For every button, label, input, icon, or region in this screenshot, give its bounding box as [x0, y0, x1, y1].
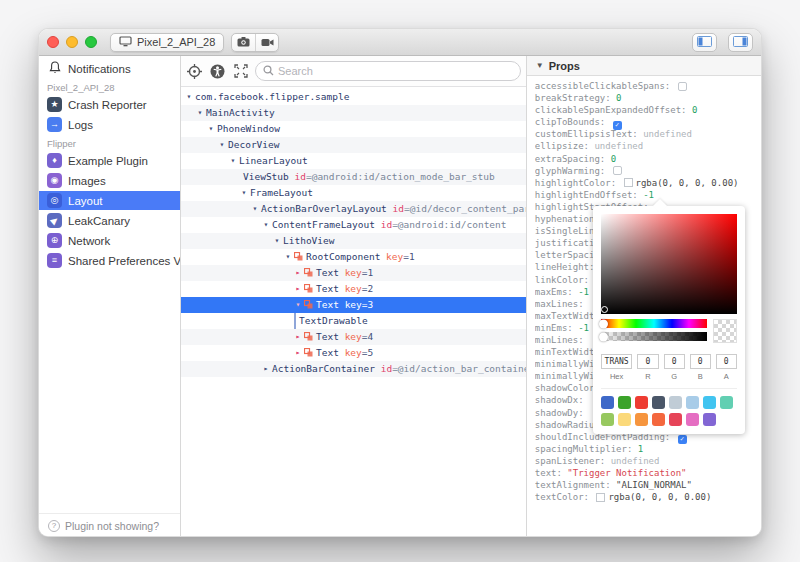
- preset-color-swatch[interactable]: [618, 396, 631, 409]
- tree-row-mainactivity[interactable]: ▾MainActivity: [181, 105, 526, 121]
- tree-row-textdrawable[interactable]: TextDrawable: [181, 313, 526, 329]
- prop-value[interactable]: 0: [616, 93, 621, 103]
- sidebar-item-leakcanary[interactable]: ▶LeakCanary: [39, 211, 180, 230]
- tree-row-contentframelayout[interactable]: ▾ContentFrameLayout id=@android:id/conte…: [181, 217, 526, 233]
- preset-color-swatch[interactable]: [652, 396, 665, 409]
- preset-color-swatch[interactable]: [652, 413, 665, 426]
- chevron-down-icon[interactable]: ▾: [195, 105, 205, 121]
- color-swatch[interactable]: [624, 178, 633, 187]
- screen-record-button[interactable]: [255, 34, 278, 51]
- accessibility-mode-button[interactable]: [209, 63, 226, 80]
- sidebar-item-example-plugin[interactable]: ♦Example Plugin: [39, 151, 180, 170]
- preset-color-swatch[interactable]: [686, 396, 699, 409]
- chevron-right-icon[interactable]: ▸: [293, 345, 303, 361]
- device-selector-button[interactable]: Pixel_2_API_28: [110, 33, 224, 52]
- preset-color-swatch[interactable]: [635, 396, 648, 409]
- tree-row-phonewindow[interactable]: ▾PhoneWindow: [181, 121, 526, 137]
- tree-row-framelayout[interactable]: ▾FrameLayout: [181, 185, 526, 201]
- chevron-right-icon[interactable]: ▸: [293, 281, 303, 297]
- hex-input[interactable]: [601, 354, 633, 369]
- toggle-right-sidebar-button[interactable]: [728, 33, 753, 52]
- preset-color-swatch[interactable]: [669, 396, 682, 409]
- tree-row-rootcomponent[interactable]: ▾RootComponent key=1: [181, 249, 526, 265]
- prop-value[interactable]: 0: [692, 105, 697, 115]
- saturation-area[interactable]: [601, 214, 737, 314]
- prop-value[interactable]: "Trigger Notification": [567, 468, 686, 478]
- preset-color-swatch[interactable]: [703, 396, 716, 409]
- tree-row-text[interactable]: ▸Text key=5: [181, 345, 526, 361]
- sidebar-item-network[interactable]: ⊕Network: [39, 231, 180, 250]
- search-input[interactable]: [278, 65, 513, 77]
- prop-checkbox[interactable]: [613, 166, 622, 175]
- expand-tree-button[interactable]: [232, 63, 249, 80]
- chevron-right-icon[interactable]: ▸: [293, 329, 303, 345]
- screenshot-button[interactable]: [232, 34, 255, 51]
- chevron-down-icon[interactable]: ▾: [184, 89, 194, 105]
- prop-checkbox[interactable]: [678, 82, 687, 91]
- chevron-down-icon[interactable]: ▾: [206, 121, 216, 137]
- prop-value[interactable]: -1: [578, 287, 589, 297]
- tree-row-decorview[interactable]: ▾DecorView: [181, 137, 526, 153]
- hue-slider[interactable]: [601, 319, 707, 328]
- alpha-handle[interactable]: [599, 332, 608, 341]
- chevron-down-icon[interactable]: ▾: [250, 201, 260, 217]
- chevron-down-icon[interactable]: ▾: [261, 217, 271, 233]
- target-mode-button[interactable]: [186, 63, 203, 80]
- sidebar-item-shared-preferences-viewer[interactable]: ≡Shared Preferences Viewer: [39, 251, 180, 270]
- chevron-down-icon[interactable]: ▾: [228, 153, 238, 169]
- chevron-down-icon[interactable]: ▾: [272, 233, 282, 249]
- alpha-slider[interactable]: [601, 332, 707, 341]
- sidebar-item-layout[interactable]: ◎Layout: [39, 191, 180, 210]
- sidebar-item-notifications[interactable]: Notifications: [39, 59, 180, 78]
- tree-row-lithoview[interactable]: ▾LithoView: [181, 233, 526, 249]
- prop-value[interactable]: -1: [643, 190, 654, 200]
- minimize-window-button[interactable]: [66, 36, 78, 48]
- color-swatch[interactable]: [596, 493, 605, 502]
- blue-input[interactable]: [690, 354, 711, 369]
- tree-row-viewstub[interactable]: ViewStub id=@android:id/action_mode_bar_…: [181, 169, 526, 185]
- chevron-right-icon[interactable]: ▸: [261, 361, 271, 377]
- saturation-cursor[interactable]: [601, 306, 608, 313]
- preset-color-swatch[interactable]: [635, 413, 648, 426]
- prop-checkbox[interactable]: ✓: [678, 435, 687, 444]
- prop-value[interactable]: 1: [638, 444, 643, 454]
- tree-row-actionbaroverlaylayout[interactable]: ▾ActionBarOverlayLayout id=@id/decor_con…: [181, 201, 526, 217]
- preset-color-swatch[interactable]: [618, 413, 631, 426]
- tree-row-linearlayout[interactable]: ▾LinearLayout: [181, 153, 526, 169]
- preset-color-swatch[interactable]: [601, 413, 614, 426]
- prop-value[interactable]: "ALIGN_NORMAL": [616, 480, 692, 490]
- chevron-down-icon[interactable]: ▾: [293, 297, 303, 313]
- sidebar-item-label: Layout: [68, 195, 103, 207]
- prop-value[interactable]: -1: [578, 323, 589, 333]
- chevron-right-icon[interactable]: ▸: [293, 265, 303, 281]
- green-input[interactable]: [664, 354, 685, 369]
- tree-row-text[interactable]: ▾Text key=3: [181, 297, 526, 313]
- preset-color-swatch[interactable]: [669, 413, 682, 426]
- chevron-down-icon[interactable]: ▾: [239, 185, 249, 201]
- close-window-button[interactable]: [47, 36, 59, 48]
- chevron-down-icon[interactable]: ▾: [217, 137, 227, 153]
- preset-color-swatch[interactable]: [601, 396, 614, 409]
- sidebar-item-logs[interactable]: →Logs: [39, 115, 180, 134]
- tree-row-text[interactable]: ▸Text key=1: [181, 265, 526, 281]
- tree-row-text[interactable]: ▸Text key=2: [181, 281, 526, 297]
- preset-color-swatch[interactable]: [703, 413, 716, 426]
- preset-color-swatch[interactable]: [720, 396, 733, 409]
- preset-color-swatch[interactable]: [686, 413, 699, 426]
- sidebar-item-crash-reporter[interactable]: ★Crash Reporter: [39, 95, 180, 114]
- tree-search-box[interactable]: [255, 61, 521, 81]
- hue-handle[interactable]: [599, 319, 608, 328]
- props-section-header[interactable]: ▼ Props: [527, 56, 761, 76]
- crash-reporter-icon: ★: [47, 97, 62, 112]
- sidebar-item-images[interactable]: ◉Images: [39, 171, 180, 190]
- plugin-not-showing-link[interactable]: ? Plugin not showing?: [39, 513, 180, 537]
- tree-row-com-facebook-flipper-sample[interactable]: ▾com.facebook.flipper.sample: [181, 89, 526, 105]
- zoom-window-button[interactable]: [85, 36, 97, 48]
- chevron-down-icon[interactable]: ▾: [283, 249, 293, 265]
- alpha-input[interactable]: [716, 354, 737, 369]
- tree-row-actionbarcontainer[interactable]: ▸ActionBarContainer id=@id/action_bar_co…: [181, 361, 526, 377]
- red-input[interactable]: [637, 354, 658, 369]
- toggle-left-sidebar-button[interactable]: [692, 33, 717, 52]
- tree-row-text[interactable]: ▸Text key=4: [181, 329, 526, 345]
- prop-value[interactable]: 0: [611, 154, 616, 164]
